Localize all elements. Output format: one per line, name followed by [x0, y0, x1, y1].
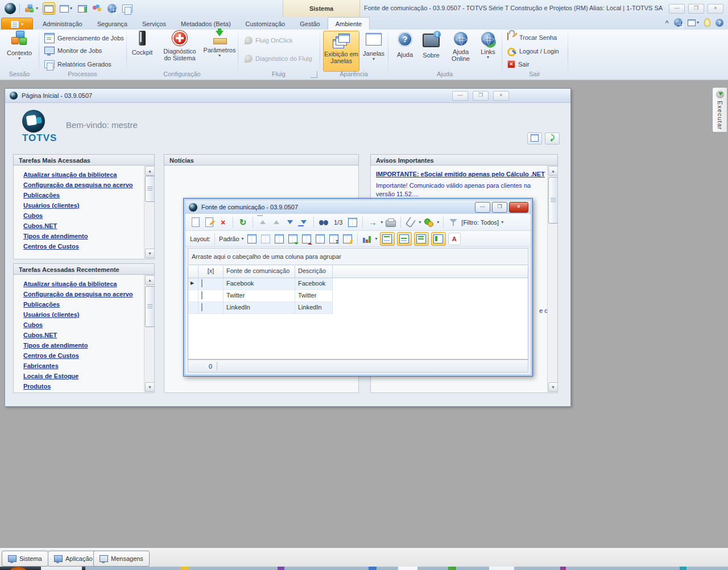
scroll-thumb[interactable] — [145, 176, 155, 202]
grid-row-facebook[interactable]: ▶ Facebook Facebook — [188, 278, 528, 290]
task-link[interactable]: Tipos de atendimento — [23, 231, 154, 241]
tab-ambiente[interactable]: Ambiente — [328, 17, 370, 30]
cell-descricao[interactable]: Twitter — [295, 290, 333, 302]
monitor-jobs-button[interactable]: Monitor de Jobs — [44, 47, 102, 54]
dialog-titlebar[interactable]: Fonte de comunicação - 03.9.0507 — ❐ × — [185, 200, 531, 214]
export-layout-button[interactable] — [301, 233, 312, 245]
grid-row-linkedin[interactable]: LinkedIn LinkedIn — [188, 302, 528, 314]
home-configure-button[interactable] — [527, 133, 542, 144]
taskbar-item[interactable] — [448, 567, 456, 570]
sair-button[interactable]: × Sair — [507, 60, 530, 68]
filter-button[interactable] — [448, 217, 459, 228]
filter-label[interactable]: [Filtro: Todos] — [461, 219, 499, 226]
edit-record-button[interactable] — [204, 217, 215, 228]
mdi-restore-button[interactable]: ❐ — [473, 91, 489, 101]
home-refresh-button[interactable]: ⤸ — [545, 133, 560, 144]
close-button[interactable]: × — [708, 4, 723, 14]
tab-seguranca[interactable]: Segurança — [90, 18, 135, 30]
executar-dock-tab[interactable]: Executar — [712, 87, 727, 133]
scroll-up-button[interactable]: ▲ — [145, 275, 155, 285]
processes-button[interactable] — [423, 217, 435, 228]
new-record-button[interactable] — [190, 217, 201, 228]
scroll-up-button[interactable]: ▲ — [548, 166, 558, 176]
grid-row-twitter[interactable]: Twitter Twitter — [188, 290, 528, 302]
row-checkbox-cell[interactable] — [198, 278, 224, 290]
qat-web-button[interactable] — [106, 3, 118, 14]
cell-fonte[interactable]: Twitter — [224, 290, 295, 302]
lightbulb-icon[interactable] — [704, 18, 710, 27]
scrollbar[interactable]: ▲ ▼ — [547, 166, 557, 393]
taskbar-item[interactable] — [560, 567, 566, 570]
export-button[interactable]: → — [367, 217, 378, 228]
logout-login-button[interactable]: Logout / Login — [507, 47, 559, 56]
row-checkbox-cell[interactable] — [198, 290, 224, 302]
next-record-button[interactable] — [284, 217, 296, 228]
relatorios-gerados-button[interactable]: Relatórios Gerados — [44, 60, 111, 68]
qat-copy-button[interactable] — [121, 3, 134, 14]
previous-record-button[interactable] — [271, 217, 282, 228]
task-link[interactable]: Atualizar situação da biblioteca — [23, 279, 154, 289]
tab-customizacao[interactable]: Customização — [238, 18, 293, 30]
cell-descricao[interactable]: LinkedIn — [295, 302, 333, 314]
qat-window-mode-button[interactable] — [43, 2, 55, 15]
cell-fonte[interactable]: Facebook — [224, 278, 295, 290]
taskbar-item[interactable] — [369, 567, 377, 570]
grid-options-button[interactable] — [315, 233, 326, 245]
chevron-down-icon[interactable]: ▾ — [501, 220, 503, 225]
checkbox[interactable] — [201, 279, 202, 287]
cell-fonte[interactable]: LinkedIn — [224, 302, 295, 314]
last-record-button[interactable] — [298, 217, 309, 228]
scroll-up-button[interactable]: ▲ — [145, 166, 155, 176]
task-link[interactable]: Usuários (clientes) — [23, 309, 154, 320]
checkbox[interactable] — [201, 291, 202, 299]
minimize-button[interactable]: — — [669, 4, 685, 14]
task-link[interactable]: Cubos — [23, 320, 154, 330]
search-button[interactable] — [318, 217, 329, 228]
scroll-thumb[interactable] — [548, 177, 558, 224]
collapse-ribbon-icon[interactable]: ^ — [665, 19, 669, 26]
quick-edit-button[interactable] — [342, 233, 353, 245]
task-link[interactable]: Centros de Custos — [23, 350, 154, 361]
ajuda-button[interactable]: ? Ajuda — [394, 32, 416, 58]
links-button[interactable]: Links ▾ — [477, 32, 499, 60]
task-link[interactable]: Configuração da pesquisa no acervo — [23, 289, 154, 299]
windows-taskbar[interactable] — [0, 567, 728, 570]
task-link[interactable]: Configuração da pesquisa no acervo — [23, 180, 154, 190]
taskbar-item[interactable] — [278, 567, 284, 570]
scrollbar[interactable]: ▲ ▼ — [144, 166, 154, 259]
column-header-descricao[interactable]: Descrição — [295, 266, 333, 278]
task-link[interactable]: Publicações — [23, 299, 154, 309]
row-checkbox-cell[interactable] — [198, 302, 224, 314]
ajuda-online-button[interactable]: Ajuda Online — [448, 32, 473, 62]
task-link[interactable]: Locais de Estoque — [23, 371, 154, 381]
chevron-down-icon[interactable]: ▾ — [380, 220, 383, 225]
parametros-button[interactable]: Parâmetros ▾ — [204, 31, 235, 69]
trocar-senha-button[interactable]: Trocar Senha — [507, 33, 557, 42]
task-link[interactable]: Fabricantes — [23, 361, 154, 371]
grid-view-button[interactable] — [274, 233, 285, 245]
import-layout-button[interactable] — [287, 233, 299, 245]
task-link[interactable]: Publicações — [23, 190, 154, 200]
task-link[interactable]: Centros de Custos — [23, 241, 154, 251]
view-toggle-1-button[interactable] — [380, 232, 395, 246]
chevron-down-icon[interactable]: ▾ — [437, 220, 439, 225]
tab-administracao[interactable]: Administração — [35, 18, 90, 30]
taskbar-item[interactable] — [181, 567, 189, 570]
view-toggle-3-button[interactable] — [414, 232, 429, 246]
save-layout-button[interactable] — [246, 233, 258, 245]
contexto-button[interactable]: Contexto ▾ — [5, 31, 34, 69]
cell-descricao[interactable]: Facebook — [295, 278, 333, 290]
globe-icon[interactable] — [674, 18, 682, 27]
qat-context-button[interactable]: ▾ — [23, 3, 39, 14]
task-link[interactable]: Cubos.NET — [23, 221, 154, 231]
group-by-hint-bar[interactable]: Arraste aqui o cabeçalho de uma coluna p… — [188, 248, 528, 265]
sobre-button[interactable]: Sobre — [419, 32, 444, 59]
goto-grid-button[interactable] — [347, 217, 358, 228]
column-header-check[interactable]: [x] — [198, 266, 224, 278]
fluig-dialog-launcher-icon[interactable] — [311, 71, 317, 78]
qat-open-window-button[interactable] — [77, 3, 88, 14]
scrollbar[interactable]: ▲ ▼ — [144, 275, 154, 393]
task-link[interactable]: Atualizar situação da biblioteca — [23, 170, 154, 180]
chevron-down-icon[interactable]: ▾ — [375, 237, 378, 241]
dialog-close-button[interactable]: × — [509, 202, 528, 213]
